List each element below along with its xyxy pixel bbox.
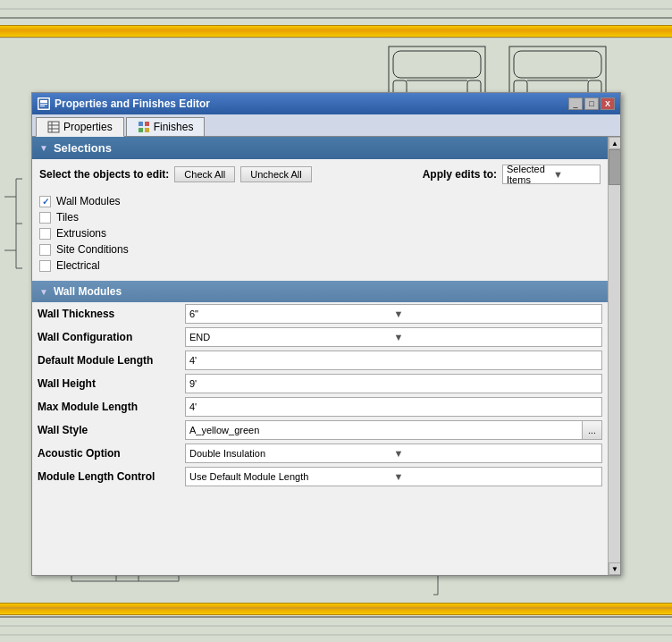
dropdown-wall-configuration-arrow: ▼ bbox=[394, 332, 599, 342]
svg-rect-24 bbox=[393, 51, 481, 78]
dialog-icon bbox=[38, 97, 50, 110]
prop-value-default-module-length bbox=[180, 349, 608, 372]
checkbox-row-electrical: Electrical bbox=[39, 258, 601, 274]
dialog-title: Properties and Finishes Editor bbox=[55, 97, 210, 110]
svg-rect-43 bbox=[139, 128, 143, 132]
checkbox-wall-modules[interactable] bbox=[39, 196, 51, 207]
uncheck-all-button[interactable]: Uncheck All bbox=[240, 166, 311, 182]
input-wall-style[interactable] bbox=[185, 420, 583, 440]
dropdown-module-length-control-arrow: ▼ bbox=[394, 471, 599, 482]
tab-properties[interactable]: Properties bbox=[36, 117, 124, 137]
apply-dropdown-value: Selected Items bbox=[507, 164, 550, 185]
svg-rect-44 bbox=[145, 128, 149, 132]
properties-tab-icon bbox=[47, 121, 60, 133]
svg-rect-37 bbox=[48, 122, 59, 132]
label-wall-modules: Wall Modules bbox=[56, 195, 121, 207]
table-row-wall-thickness: Wall Thickness 6" ▼ bbox=[32, 302, 608, 325]
dialog-scrollbar[interactable]: ▲ ▼ bbox=[608, 137, 620, 575]
checkbox-row-extrusions: Extrusions bbox=[39, 225, 601, 241]
prop-label-max-module-length: Max Module Length bbox=[32, 395, 180, 418]
select-label: Select the objects to edit: bbox=[39, 168, 169, 181]
table-row-acoustic-option: Acoustic Option Double Insulation ▼ bbox=[32, 442, 608, 465]
checkbox-row-wall-modules: Wall Modules bbox=[39, 193, 601, 209]
minimize-button[interactable]: _ bbox=[568, 97, 583, 110]
prop-value-module-length-control: Use Default Module Length ▼ bbox=[180, 465, 608, 488]
prop-value-wall-style: ... bbox=[180, 418, 608, 442]
label-tiles: Tiles bbox=[56, 211, 79, 224]
titlebar-controls: _ □ X bbox=[568, 97, 615, 110]
table-row-wall-height: Wall Height bbox=[32, 372, 608, 395]
prop-value-wall-configuration: END ▼ bbox=[180, 325, 608, 349]
dropdown-acoustic-option-value: Double Insulation bbox=[189, 448, 394, 459]
checkbox-row-tiles: Tiles bbox=[39, 209, 601, 225]
prop-label-default-module-length: Default Module Length bbox=[32, 349, 180, 372]
table-row-wall-configuration: Wall Configuration END ▼ bbox=[32, 325, 608, 349]
inner-content: ▼ Selections Select the objects to edit:… bbox=[32, 137, 608, 488]
prop-label-wall-thickness: Wall Thickness bbox=[32, 302, 180, 325]
properties-finishes-dialog: Properties and Finishes Editor _ □ X Pro… bbox=[31, 92, 621, 576]
dropdown-wall-thickness[interactable]: 6" ▼ bbox=[185, 304, 602, 324]
label-electrical: Electrical bbox=[56, 259, 100, 272]
tab-finishes[interactable]: Finishes bbox=[126, 117, 206, 136]
input-max-module-length[interactable] bbox=[185, 397, 602, 417]
prop-label-module-length-control: Module Length Control bbox=[32, 465, 180, 488]
dialog-titlebar[interactable]: Properties and Finishes Editor _ □ X bbox=[32, 93, 620, 114]
input-default-module-length[interactable] bbox=[185, 351, 602, 370]
checkbox-electrical[interactable] bbox=[39, 260, 51, 272]
dropdown-acoustic-option-arrow: ▼ bbox=[394, 448, 599, 459]
prop-label-acoustic-option: Acoustic Option bbox=[32, 442, 180, 465]
apply-dropdown[interactable]: Selected Items ▼ bbox=[502, 165, 601, 184]
prop-value-max-module-length bbox=[180, 395, 608, 418]
table-row-wall-style: Wall Style ... bbox=[32, 418, 608, 442]
finishes-tab-icon bbox=[138, 121, 150, 133]
dropdown-wall-configuration[interactable]: END ▼ bbox=[185, 327, 602, 347]
table-row-module-length-control: Module Length Control Use Default Module… bbox=[32, 465, 608, 488]
apply-dropdown-arrow: ▼ bbox=[553, 169, 596, 180]
maximize-button[interactable]: □ bbox=[584, 97, 599, 110]
prop-label-wall-style: Wall Style bbox=[32, 418, 180, 442]
table-row-default-module-length: Default Module Length bbox=[32, 349, 608, 372]
svg-rect-34 bbox=[40, 100, 47, 103]
wall-modules-chevron: ▼ bbox=[39, 287, 48, 297]
selections-section-header: ▼ Selections bbox=[32, 137, 608, 159]
prop-label-wall-configuration: Wall Configuration bbox=[32, 325, 180, 349]
table-row-max-module-length: Max Module Length bbox=[32, 395, 608, 418]
selection-toolbar-left: Select the objects to edit: Check All Un… bbox=[39, 166, 312, 182]
wall-modules-subsection-header: ▼ Wall Modules bbox=[32, 281, 608, 302]
check-all-button[interactable]: Check All bbox=[174, 166, 235, 182]
stripe-bottom bbox=[0, 603, 672, 615]
prop-value-wall-height bbox=[180, 372, 608, 395]
titlebar-left: Properties and Finishes Editor bbox=[38, 97, 210, 110]
scrollbar-thumb[interactable] bbox=[609, 149, 620, 185]
checkboxes-area: Wall Modules Tiles Extrusions Site Condi… bbox=[32, 190, 608, 281]
selection-toolbar-right: Apply edits to: Selected Items ▼ bbox=[423, 165, 601, 184]
tab-bar: Properties Finishes bbox=[32, 114, 620, 137]
dialog-content: ▼ Selections Select the objects to edit:… bbox=[32, 137, 620, 575]
wall-style-input-group: ... bbox=[185, 420, 602, 440]
checkbox-tiles[interactable] bbox=[39, 212, 51, 224]
close-button[interactable]: X bbox=[601, 97, 615, 110]
scrollbar-down-button[interactable]: ▼ bbox=[609, 562, 620, 575]
dropdown-wall-configuration-value: END bbox=[189, 332, 394, 342]
svg-rect-42 bbox=[145, 122, 149, 126]
scrollbar-up-button[interactable]: ▲ bbox=[609, 137, 620, 149]
selections-title: Selections bbox=[54, 141, 112, 155]
selection-toolbar: Select the objects to edit: Check All Un… bbox=[32, 159, 608, 190]
input-wall-height[interactable] bbox=[185, 374, 602, 393]
checkbox-extrusions[interactable] bbox=[39, 228, 51, 240]
prop-label-wall-height: Wall Height bbox=[32, 372, 180, 395]
svg-rect-35 bbox=[40, 104, 47, 105]
selections-chevron: ▼ bbox=[39, 143, 48, 153]
svg-rect-36 bbox=[40, 106, 45, 106]
browse-wall-style-button[interactable]: ... bbox=[583, 420, 602, 440]
dropdown-acoustic-option[interactable]: Double Insulation ▼ bbox=[185, 443, 602, 463]
prop-value-acoustic-option: Double Insulation ▼ bbox=[180, 442, 608, 465]
stripe-top bbox=[0, 25, 672, 38]
svg-rect-29 bbox=[514, 51, 601, 78]
properties-table: Wall Thickness 6" ▼ Wall Configuration E… bbox=[32, 302, 608, 488]
label-extrusions: Extrusions bbox=[56, 227, 106, 240]
checkbox-site-conditions[interactable] bbox=[39, 244, 51, 256]
checkbox-row-site-conditions: Site Conditions bbox=[39, 241, 601, 258]
dropdown-wall-thickness-arrow: ▼ bbox=[394, 308, 599, 319]
dropdown-module-length-control[interactable]: Use Default Module Length ▼ bbox=[185, 467, 602, 486]
